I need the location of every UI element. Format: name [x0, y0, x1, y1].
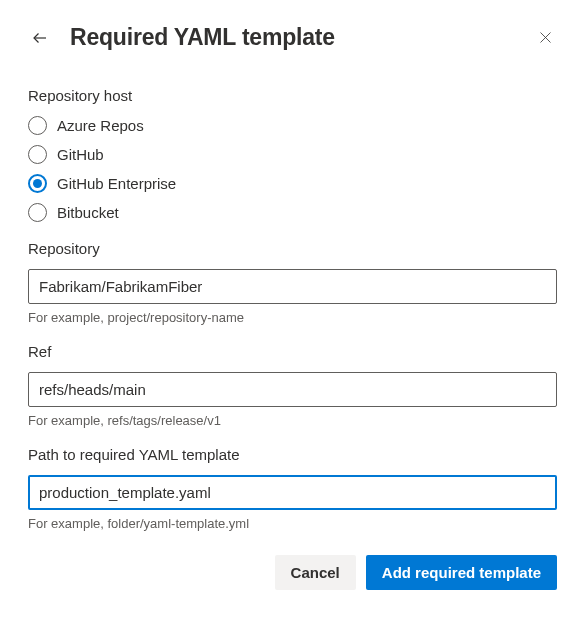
cancel-button[interactable]: Cancel — [275, 555, 356, 590]
page-title: Required YAML template — [70, 24, 533, 51]
repository-host-label: Repository host — [28, 87, 557, 104]
ref-input[interactable] — [28, 372, 557, 407]
radio-label: Azure Repos — [57, 117, 144, 134]
ref-hint: For example, refs/tags/release/v1 — [28, 413, 557, 428]
radio-azure-repos[interactable]: Azure Repos — [28, 116, 557, 135]
radio-github[interactable]: GitHub — [28, 145, 557, 164]
dialog-header: Required YAML template — [28, 24, 557, 51]
ref-label: Ref — [28, 343, 557, 360]
repository-input[interactable] — [28, 269, 557, 304]
radio-github-enterprise[interactable]: GitHub Enterprise — [28, 174, 557, 193]
radio-dot-icon — [33, 179, 42, 188]
button-row: Cancel Add required template — [28, 555, 557, 590]
add-required-template-button[interactable]: Add required template — [366, 555, 557, 590]
radio-bitbucket[interactable]: Bitbucket — [28, 203, 557, 222]
repository-label: Repository — [28, 240, 557, 257]
path-label: Path to required YAML template — [28, 446, 557, 463]
repository-host-radio-group: Azure Repos GitHub GitHub Enterprise Bit… — [28, 116, 557, 222]
radio-label: GitHub — [57, 146, 104, 163]
radio-circle-selected-icon — [28, 174, 47, 193]
radio-label: Bitbucket — [57, 204, 119, 221]
path-hint: For example, folder/yaml-template.yml — [28, 516, 557, 531]
radio-circle-icon — [28, 145, 47, 164]
radio-label: GitHub Enterprise — [57, 175, 176, 192]
radio-circle-icon — [28, 203, 47, 222]
path-input[interactable] — [28, 475, 557, 510]
repository-hint: For example, project/repository-name — [28, 310, 557, 325]
radio-circle-icon — [28, 116, 47, 135]
close-icon[interactable] — [533, 26, 557, 50]
back-icon[interactable] — [28, 26, 52, 50]
